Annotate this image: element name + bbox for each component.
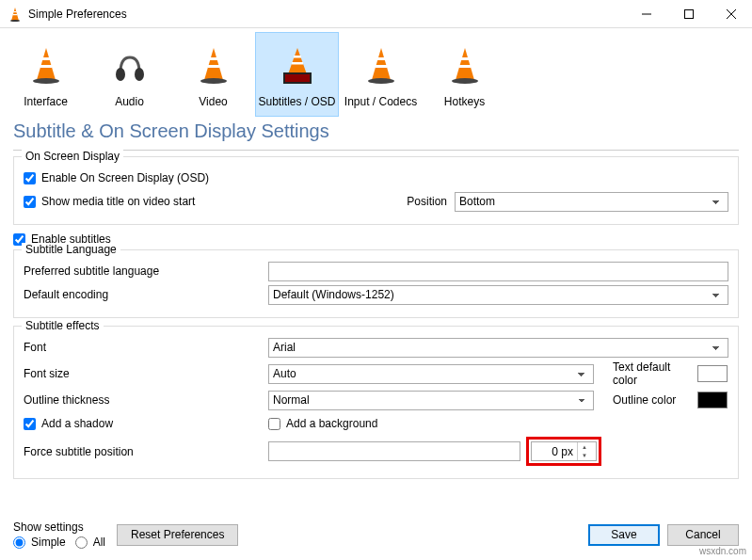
watermark: wsxdn.com (699, 546, 746, 556)
svg-rect-9 (42, 57, 50, 60)
encoding-label: Default encoding (24, 288, 268, 301)
svg-rect-1 (14, 11, 17, 12)
svg-rect-15 (210, 57, 217, 60)
enable-osd-checkbox[interactable]: Enable On Screen Display (OSD) (24, 168, 728, 188)
show-title-checkbox[interactable]: Show media title on video start (24, 195, 400, 208)
maximize-button[interactable] (667, 0, 710, 28)
tab-audio[interactable]: Audio (88, 32, 171, 117)
enable-subtitles-checkbox[interactable]: Enable subtitles (13, 232, 739, 246)
preferred-lang-input[interactable] (268, 262, 728, 281)
svg-rect-29 (459, 65, 471, 68)
show-settings: Show settings Simple All (13, 520, 105, 549)
tab-label: Video (199, 95, 227, 108)
cone-icon (362, 46, 400, 86)
encoding-select[interactable]: Default (Windows-1252) (268, 285, 728, 305)
svg-rect-2 (13, 14, 17, 15)
group-title: Subtitle effects (22, 319, 104, 332)
font-label: Font (24, 341, 268, 354)
checkbox[interactable] (268, 418, 280, 430)
shadow-checkbox[interactable]: Add a shadow (24, 417, 268, 430)
tab-label: Subtitles / OSD (258, 95, 335, 108)
tab-video[interactable]: Video (171, 32, 255, 117)
force-position-label: Force subtitle position (24, 445, 268, 458)
svg-rect-28 (461, 57, 469, 60)
close-button[interactable] (710, 0, 752, 28)
spinner-input[interactable] (532, 442, 577, 460)
group-osd: On Screen Display Enable On Screen Displ… (13, 156, 739, 225)
font-select[interactable]: Arial (268, 338, 728, 358)
tab-label: Input / Codecs (344, 95, 417, 108)
spinner-up-icon[interactable]: ▲ (578, 442, 591, 452)
force-position-text[interactable] (268, 441, 520, 461)
svg-rect-25 (376, 65, 387, 68)
tab-input-codecs[interactable]: Input / Codecs (339, 32, 423, 117)
font-size-label: Font size (24, 367, 268, 380)
headphones-icon (111, 46, 149, 86)
outline-label: Outline thickness (24, 393, 268, 407)
cone-icon (195, 46, 232, 86)
outline-select[interactable]: Normal (268, 391, 594, 410)
cancel-button[interactable]: Cancel (667, 524, 739, 546)
outline-color-label: Outline color (613, 393, 697, 407)
cone-clapper-icon (274, 46, 321, 86)
position-label: Position (400, 195, 447, 208)
svg-rect-5 (684, 9, 693, 18)
footer: Show settings Simple All Reset Preferenc… (0, 515, 752, 554)
tab-label: Hotkeys (444, 95, 485, 108)
svg-rect-20 (292, 62, 303, 65)
svg-point-3 (10, 20, 20, 22)
checkbox-label: Enable On Screen Display (OSD) (41, 171, 209, 184)
checkbox-label: Add a shadow (41, 417, 113, 430)
tab-interface[interactable]: Interface (4, 32, 88, 117)
background-checkbox[interactable]: Add a background (268, 417, 377, 430)
window-title: Simple Preferences (28, 8, 625, 21)
svg-point-12 (116, 68, 125, 81)
tab-subtitles-osd[interactable]: Subtitles / OSD (255, 32, 339, 117)
mode-all-radio[interactable]: All (75, 536, 105, 549)
app-icon (8, 7, 23, 22)
svg-point-26 (368, 78, 394, 84)
svg-point-11 (33, 78, 59, 84)
svg-marker-18 (288, 48, 307, 74)
tab-label: Audio (115, 95, 144, 108)
group-title: Subtitle Language (22, 243, 120, 256)
checkbox[interactable] (24, 172, 36, 184)
svg-rect-24 (377, 57, 385, 60)
titlebar: Simple Preferences (0, 0, 752, 28)
group-title: On Screen Display (22, 150, 123, 163)
svg-rect-10 (40, 65, 52, 68)
preferred-lang-label: Preferred subtitle language (24, 264, 268, 278)
text-color-swatch[interactable] (697, 365, 728, 382)
svg-point-17 (200, 78, 227, 84)
force-position-spinner[interactable]: ▲ ▼ (531, 441, 597, 461)
svg-rect-22 (285, 74, 310, 82)
outline-color-swatch[interactable] (697, 392, 728, 408)
force-position-highlight: ▲ ▼ (526, 437, 601, 466)
tab-hotkeys[interactable]: Hotkeys (423, 32, 506, 117)
svg-point-30 (452, 78, 478, 84)
svg-marker-14 (204, 48, 223, 80)
minimize-button[interactable] (625, 0, 667, 28)
checkbox-label: Add a background (286, 417, 377, 430)
position-select[interactable]: Bottom (455, 192, 728, 212)
group-effects: Subtitle effects Font Arial Font size Au… (13, 326, 739, 479)
mode-simple-radio[interactable]: Simple (13, 536, 66, 549)
font-size-select[interactable]: Auto (268, 364, 594, 384)
spinner-down-icon[interactable]: ▼ (578, 452, 591, 461)
svg-marker-8 (37, 48, 56, 80)
svg-point-13 (135, 68, 144, 81)
page-title: Subtitle & On Screen Display Settings (0, 117, 752, 150)
checkbox[interactable] (24, 418, 36, 430)
group-language: Subtitle Language Preferred subtitle lan… (13, 249, 739, 318)
show-settings-label: Show settings (13, 520, 105, 534)
category-toolbar: Interface Audio Video Subtitles / OSD In… (0, 28, 752, 117)
cone-icon (446, 46, 484, 86)
cone-icon (27, 46, 65, 86)
tab-label: Interface (24, 95, 68, 108)
reset-button[interactable]: Reset Preferences (117, 524, 238, 546)
svg-marker-27 (456, 48, 474, 80)
save-button[interactable]: Save (588, 524, 660, 546)
checkbox[interactable] (24, 196, 36, 208)
svg-rect-16 (208, 65, 219, 68)
checkbox-label: Show media title on video start (41, 195, 195, 208)
